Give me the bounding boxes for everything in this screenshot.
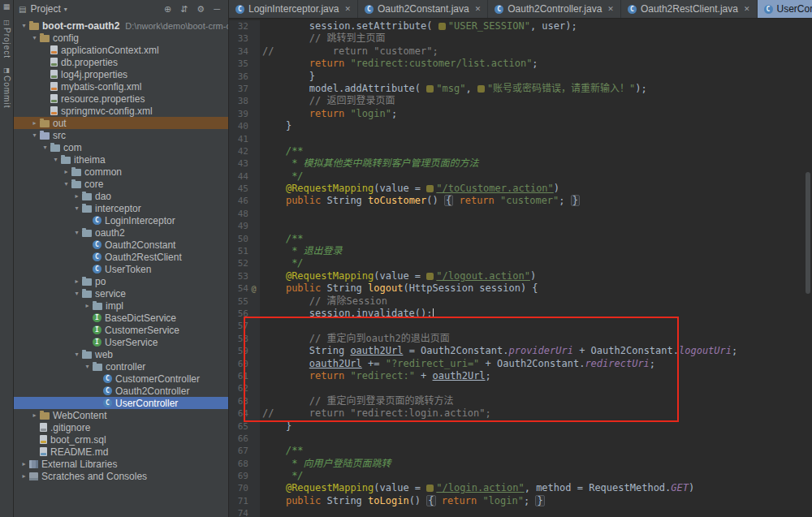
tree-item-oauth2restclient[interactable]: COauth2RestClient [14,251,228,263]
close-icon[interactable]: ✕ [744,5,750,13]
code-text[interactable]: * 向用户登陆页面跳转 [260,458,812,470]
tree-item-boot-crm-sql[interactable]: boot_crm.sql [14,433,228,446]
editor-gutter[interactable]: 63 [229,395,260,407]
editor-gutter[interactable]: 48 [229,208,260,220]
editor-gutter[interactable]: 38 [229,95,260,107]
tree-item-usercontroller[interactable]: CUserController [14,397,228,409]
chevron-down-icon[interactable]: ▾ [71,205,82,212]
chevron-down-icon[interactable]: ▾ [29,34,40,41]
tree-item-oauth2controller[interactable]: COauth2Controller [14,385,228,397]
tree-item-com[interactable]: ▾com [14,141,228,153]
editor-gutter[interactable]: 43 [229,157,260,170]
tool-window-button-project[interactable]: ◫Project [2,19,11,58]
chevron-down-icon[interactable]: ▾ [71,290,82,297]
tree-item-userservice[interactable]: IUserService [14,336,228,348]
editor-gutter[interactable]: 58 [229,333,260,345]
tree-item-usertoken[interactable]: CUserToken [14,263,228,275]
tree-item-itheima[interactable]: ▾itheima [14,153,228,166]
editor-gutter[interactable]: 40 [229,120,260,132]
editor-gutter[interactable]: 65 [229,420,260,433]
editor-gutter[interactable]: 56 [229,308,260,320]
chevron-down-icon[interactable]: ▾ [82,363,93,370]
tree-item-dao[interactable]: ▸dao [14,190,228,202]
code-text[interactable]: String oauth2Url = Oauth2Constant.provid… [260,345,812,357]
tree-item-web[interactable]: ▾web [14,348,228,360]
chevron-down-icon[interactable]: ▾ [29,131,40,139]
chevron-right-icon[interactable]: ▸ [82,302,93,309]
collapse-all-icon[interactable]: ⇵ [180,4,188,14]
code-text[interactable] [260,133,812,145]
code-text[interactable]: */ [260,257,812,269]
chevron-down-icon[interactable]: ▾ [71,351,82,358]
code-text[interactable] [260,507,812,517]
editor-gutter[interactable]: 44 [229,170,260,183]
code-text[interactable]: /** [260,145,812,157]
locate-icon[interactable]: ⊕ [164,4,171,14]
chevron-right-icon[interactable]: ▸ [29,411,40,419]
editor-gutter[interactable]: 71 [229,495,260,507]
tree-item-interceptor[interactable]: ▾interceptor [14,202,228,214]
editor-gutter[interactable]: 42 [229,145,260,157]
code-text[interactable]: } [260,71,812,83]
tree-item-gitignore[interactable]: .gitignore [14,421,228,433]
chevron-right-icon[interactable]: ▸ [71,192,82,200]
chevron-down-icon[interactable]: ▾ [19,22,29,29]
code-text[interactable] [260,208,812,220]
chevron-right-icon[interactable]: ▸ [61,168,71,175]
tree-item-resource-properties[interactable]: resource.properties [14,93,228,105]
tree-item-out[interactable]: ▸out [14,117,228,129]
editor-gutter[interactable]: 64 [229,407,260,420]
chevron-down-icon[interactable]: ▾ [50,156,61,163]
chevron-right-icon[interactable]: ▸ [19,472,29,480]
code-text[interactable]: session.invalidate(); [260,308,812,320]
editor-gutter[interactable]: 32 [229,20,260,32]
editor-gutter[interactable]: 52 [229,257,260,269]
chevron-right-icon[interactable]: ▸ [71,278,82,285]
tree-item-external-libraries[interactable]: ▸External Libraries [14,458,228,470]
editor-gutter[interactable]: 67 [229,445,260,457]
editor-gutter[interactable]: 53 [229,270,260,282]
code-text[interactable]: session.setAttribute( "USER_SESSION", us… [260,20,812,32]
code-text[interactable] [260,382,812,394]
tree-item-webcontent[interactable]: ▸WebContent [14,409,228,421]
tab-oauth2constant-java[interactable]: COauth2Constant.java✕ [358,0,488,18]
tab-logininterceptor-java[interactable]: CLoginInterceptor.java✕ [229,0,358,18]
tree-item-customercontroller[interactable]: CCustomerController [14,373,228,385]
hide-icon[interactable]: ─ [214,4,220,14]
tree-item-service[interactable]: ▾service [14,287,228,299]
chevron-right-icon[interactable]: ▸ [29,119,40,127]
tree-item-impl[interactable]: ▸impl [14,299,228,312]
tree-item-db-properties[interactable]: db.properties [14,56,228,68]
tree-item-customerservice[interactable]: ICustomerService [14,324,228,336]
tree-item-readme-md[interactable]: README.md [14,446,228,458]
code-text[interactable]: public String toCustomer() { return "cus… [260,195,812,207]
tree-item-oauth2[interactable]: ▾oauth2 [14,226,228,239]
editor-gutter[interactable]: 69 [229,470,260,482]
scrollbar-thumb[interactable] [806,172,810,294]
tool-window-button-commit[interactable]: ◨Commit [2,67,11,108]
code-text[interactable]: @RequestMapping(value = "/login.action",… [260,482,812,494]
code-text[interactable]: @RequestMapping(value = "/toCustomer.act… [260,183,812,195]
code-text[interactable]: // 返回到登录页面 [260,95,812,107]
code-text[interactable]: public String logout(HttpSession session… [260,282,812,295]
code-text[interactable]: // 清除Session [260,295,812,308]
code-text[interactable]: return "login"; [260,108,812,120]
tree-item-log4j-properties[interactable]: log4j.properties [14,68,228,80]
code-text[interactable] [260,220,812,232]
editor-gutter[interactable]: 55 [229,295,260,308]
code-text[interactable] [260,433,812,445]
editor-gutter[interactable]: 61 [229,370,260,382]
code-text[interactable]: } [260,120,812,132]
editor-gutter[interactable]: 33 [229,32,260,45]
editor-gutter[interactable]: 70 [229,482,260,494]
code-lines[interactable]: 32 session.setAttribute( "USER_SESSION",… [229,18,812,517]
code-text[interactable]: /** [260,445,812,457]
tree-item-mybatis-config-xml[interactable]: mybatis-config.xml [14,80,228,93]
editor-gutter[interactable]: 41 [229,133,260,145]
code-text[interactable]: model.addAttribute( "msg", "账号或密码错误，请重新输… [260,83,812,95]
tab-oauth2restclient-java[interactable]: COauth2RestClient.java✕ [621,0,758,18]
tree-item-logininterceptor[interactable]: CLoginInterceptor [14,214,228,226]
editor-gutter[interactable]: 36 [229,71,260,83]
code-text[interactable]: // return "redirect:login.action"; [260,407,812,420]
code-text[interactable]: public String toLogin() { return "login"… [260,495,812,507]
